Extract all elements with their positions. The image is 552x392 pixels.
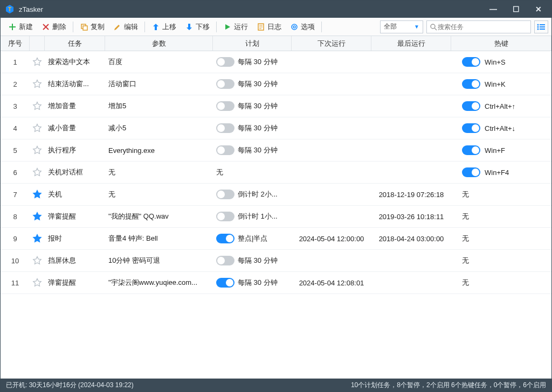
col-plan[interactable]: 计划 — [213, 36, 292, 51]
app-title: zTasker — [19, 5, 488, 13]
close-button[interactable]: ✕ — [533, 5, 544, 13]
app-window: T zTasker — ☐ ✕ 新建 删除 复制 编辑 上移 — [0, 0, 552, 392]
row-next: 2024-05-04 12:08:01 — [292, 279, 371, 287]
toggle[interactable] — [216, 123, 234, 133]
table-row[interactable]: 4减小音量减小5每隔 30 分钟Ctrl+Alt+↓ — [1, 117, 551, 139]
table-row[interactable]: 1搜索选中文本百度每隔 30 分钟Win+S — [1, 51, 551, 73]
row-star[interactable] — [30, 79, 45, 89]
toggle[interactable] — [216, 190, 234, 199]
col-last[interactable]: 最后运行 — [371, 36, 451, 51]
titlebar: T zTasker — ☐ ✕ — [1, 1, 551, 18]
gear-icon — [290, 23, 299, 31]
copy-button[interactable]: 复制 — [75, 20, 109, 33]
toggle[interactable] — [462, 79, 480, 89]
row-plan: 每隔 30 分钟 — [213, 79, 292, 89]
toggle[interactable] — [462, 57, 480, 67]
row-task: 关机 — [45, 190, 105, 199]
svg-rect-12 — [540, 29, 545, 30]
row-star[interactable] — [30, 212, 45, 221]
row-idx: 5 — [1, 146, 30, 155]
row-star[interactable] — [30, 234, 45, 243]
star-icon[interactable] — [32, 167, 42, 177]
star-icon[interactable] — [32, 256, 42, 265]
star-icon[interactable] — [32, 212, 42, 221]
row-idx: 8 — [1, 213, 30, 221]
table-row[interactable]: 8弹窗提醒"我的提醒" QQ.wav倒计时 1小...2019-03-26 10… — [1, 206, 551, 228]
toggle[interactable] — [216, 212, 234, 221]
toggle[interactable] — [216, 145, 234, 155]
star-icon[interactable] — [32, 190, 42, 199]
star-icon[interactable] — [32, 79, 42, 89]
star-icon[interactable] — [32, 145, 42, 155]
toggle[interactable] — [462, 145, 480, 155]
log-button[interactable]: 日志 — [252, 20, 286, 33]
table-row[interactable]: 10挡屏休息10分钟 密码可退每隔 30 分钟无 — [1, 250, 551, 272]
table-row[interactable]: 3增加音量增加5每隔 30 分钟Ctrl+Alt+↑ — [1, 95, 551, 117]
minimize-button[interactable]: — — [488, 5, 499, 13]
separator — [144, 22, 145, 32]
arrow-up-icon — [151, 23, 160, 31]
toggle[interactable] — [216, 278, 234, 288]
toggle[interactable] — [462, 101, 480, 111]
toggle[interactable] — [216, 57, 234, 67]
row-idx: 10 — [1, 257, 30, 265]
table-row[interactable]: 5执行程序Everything.exe每隔 30 分钟Win+F — [1, 139, 551, 162]
search-box[interactable] — [426, 20, 531, 33]
toggle[interactable] — [462, 167, 480, 177]
row-hotkey: 无 — [451, 234, 551, 243]
star-icon[interactable] — [32, 234, 42, 243]
row-plan: 倒计时 2小... — [213, 190, 292, 199]
movedown-button[interactable]: 下移 — [181, 20, 214, 33]
edit-button[interactable]: 编辑 — [109, 20, 142, 33]
run-button[interactable]: 运行 — [219, 20, 252, 33]
row-star[interactable] — [30, 256, 45, 265]
table-row[interactable]: 6关机对话框无无Win+F4 — [1, 162, 551, 184]
options-button[interactable]: 选项 — [286, 20, 319, 33]
delete-button[interactable]: 删除 — [37, 20, 71, 33]
star-icon[interactable] — [32, 123, 42, 133]
toggle[interactable] — [216, 256, 234, 265]
row-param: 无 — [105, 167, 213, 177]
row-hotkey: Ctrl+Alt+↓ — [451, 123, 551, 133]
col-idx[interactable]: 序号 — [1, 36, 30, 51]
moveup-button[interactable]: 上移 — [147, 20, 181, 33]
statusbar: 已开机: 30天16小时16分 (2024-04-03 19:22) 10个计划… — [1, 379, 551, 391]
search-input[interactable] — [438, 23, 528, 31]
svg-point-11 — [537, 28, 539, 30]
star-icon[interactable] — [32, 57, 42, 67]
list-view-button[interactable] — [534, 20, 548, 33]
table-row[interactable]: 9报时音量4 钟声: Bell整点|半点2024-05-04 12:00:002… — [1, 228, 551, 250]
table-row[interactable]: 7关机无倒计时 2小...2018-12-19 07:26:18无 — [1, 184, 551, 206]
row-star[interactable] — [30, 145, 45, 155]
star-icon[interactable] — [32, 101, 42, 111]
table-body: 1搜索选中文本百度每隔 30 分钟Win+S2结束活动窗...活动窗口每隔 30… — [1, 51, 551, 379]
row-idx: 2 — [1, 80, 30, 88]
row-star[interactable] — [30, 123, 45, 133]
toggle[interactable] — [216, 234, 234, 243]
separator — [216, 22, 217, 32]
filter-select[interactable]: 全部 ▼ — [380, 20, 423, 33]
star-icon[interactable] — [32, 278, 42, 288]
row-star[interactable] — [30, 167, 45, 177]
row-idx: 3 — [1, 102, 30, 110]
row-hotkey: 无 — [451, 212, 551, 221]
app-icon: T — [5, 4, 15, 14]
maximize-button[interactable]: ☐ — [510, 5, 521, 13]
toggle[interactable] — [216, 101, 234, 111]
col-next[interactable]: 下次运行 — [292, 36, 371, 51]
col-param[interactable]: 参数 — [105, 36, 213, 51]
row-plan: 每隔 30 分钟 — [213, 278, 292, 288]
row-star[interactable] — [30, 57, 45, 67]
row-star[interactable] — [30, 278, 45, 288]
table-row[interactable]: 2结束活动窗...活动窗口每隔 30 分钟Win+K — [1, 73, 551, 95]
row-task: 弹窗提醒 — [45, 212, 105, 221]
toggle[interactable] — [216, 79, 234, 89]
row-star[interactable] — [30, 101, 45, 111]
row-star[interactable] — [30, 190, 45, 199]
toggle[interactable] — [462, 123, 480, 133]
col-hotkey[interactable]: 热键 — [451, 36, 551, 51]
col-task[interactable]: 任务 — [45, 36, 105, 51]
row-idx: 7 — [1, 191, 30, 199]
new-button[interactable]: 新建 — [4, 20, 37, 33]
table-row[interactable]: 11弹窗提醒"宇柒云阁www.yuqiee.com...每隔 30 分钟2024… — [1, 272, 551, 294]
